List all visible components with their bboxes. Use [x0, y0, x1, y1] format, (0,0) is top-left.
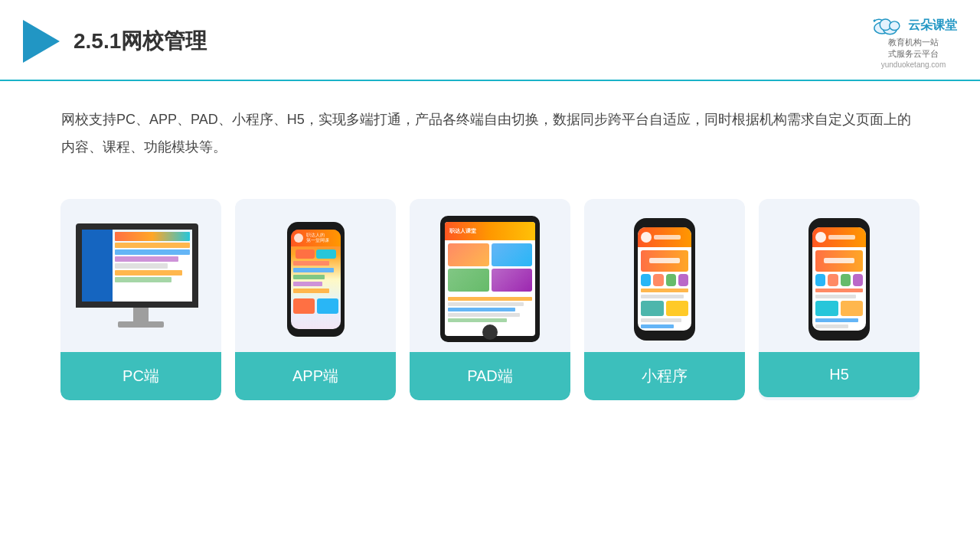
pad-screen: 职达人课堂: [445, 222, 535, 336]
mini-phone-screen: [638, 227, 691, 331]
page-title: 2.5.1网校管理: [74, 27, 207, 56]
header-right: 云朵课堂 教育机构一站式服务云平台 yunduoketang.com: [870, 14, 957, 69]
logo-triangle-icon: [23, 20, 60, 63]
phone-notch: [306, 225, 325, 230]
brand-tagline: 教育机构一站式服务云平台: [888, 37, 939, 60]
pc-monitor-icon: [76, 223, 206, 334]
card-pc: PC端: [60, 199, 221, 400]
card-pad-label: PAD端: [410, 352, 570, 400]
brand-url: yunduoketang.com: [881, 60, 946, 69]
pad-home-button: [482, 324, 498, 340]
mini-phone-h5-screen: [812, 227, 866, 331]
mini-phone-h5: [808, 218, 870, 341]
card-pad: 职达人课堂: [410, 199, 570, 400]
card-h5: H5: [759, 199, 920, 400]
description-text: 网校支持PC、APP、PAD、小程序、H5，实现多端打通，产品各终端自由切换，数…: [0, 81, 980, 168]
page-header: 2.5.1网校管理 云朵课堂 教育机构一站式服务云平台 yunduoketang…: [0, 0, 980, 81]
card-h5-image: [759, 199, 920, 352]
card-app-image: 职达人的第一堂网课: [235, 199, 396, 352]
card-miniapp-label: 小程序: [584, 352, 745, 400]
mini-phone-h5-notch: [828, 222, 850, 226]
cloud-icon: [870, 14, 903, 37]
card-h5-label: H5: [759, 352, 920, 397]
card-miniapp-image: [584, 199, 745, 352]
svg-point-3: [890, 21, 900, 31]
card-pad-image: 职达人课堂: [410, 199, 570, 352]
card-app-label: APP端: [235, 352, 396, 400]
pad-mockup-icon: 职达人课堂: [440, 216, 540, 342]
phone-mockup-app: 职达人的第一堂网课: [287, 222, 345, 337]
brand-name: 云朵课堂: [908, 18, 957, 34]
cloud-logo: 云朵课堂: [870, 14, 957, 37]
card-pc-label: PC端: [60, 352, 221, 400]
phone-screen: 职达人的第一堂网课: [291, 230, 341, 329]
mini-phone-miniapp: [634, 218, 695, 341]
card-miniapp: 小程序: [584, 199, 745, 400]
header-left: 2.5.1网校管理: [23, 20, 207, 63]
card-pc-image: [60, 199, 221, 352]
card-app: 职达人的第一堂网课: [235, 199, 396, 400]
cards-section: PC端 职达人的第一堂网课: [0, 176, 980, 423]
mini-phone-notch: [654, 222, 675, 226]
